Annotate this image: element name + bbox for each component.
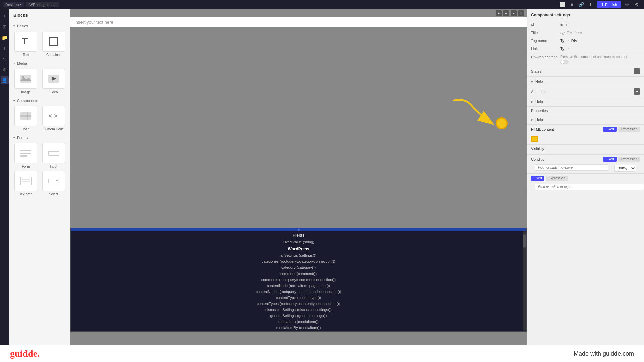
help-section-2[interactable]: ▶ Help [527, 97, 644, 107]
canvas-tool-plus1[interactable]: + [496, 10, 502, 16]
input-block[interactable]: Input [41, 143, 66, 168]
media-section-header[interactable]: ▾ Media [9, 59, 70, 67]
attributes-label: Attributes [531, 89, 546, 94]
text-block[interactable]: T Text [13, 32, 39, 57]
dropdown-item-11[interactable]: mediaItem (mediaitem()) [71, 319, 526, 325]
canvas-tool-close[interactable]: × [518, 10, 524, 16]
svg-rect-12 [20, 177, 31, 185]
settings-icon[interactable]: ⚙ [633, 1, 640, 8]
attributes-section: Attributes + [527, 86, 644, 97]
video-block-icon [42, 69, 65, 89]
layers-icon[interactable]: ⊞ [1, 23, 9, 31]
dropdown-item-8[interactable]: contentTypes (rootquerytocontenttypeconn… [71, 301, 526, 307]
made-with-text: Made with guidde.com [574, 350, 634, 357]
dropdown-item-2[interactable]: category (category()) [71, 264, 526, 270]
condition2-fixed-tab[interactable]: Fixed [531, 176, 544, 181]
condition-section: Condition Fixed Expression truthy [527, 155, 644, 174]
expression-tab[interactable]: Expression [618, 127, 640, 132]
condition2-expression-tab[interactable]: Expression [546, 176, 568, 181]
map-block-label: Map [23, 127, 29, 131]
states-add-button[interactable]: + [634, 68, 640, 74]
bottom-bar: guidde. Made with guidde.com [0, 345, 644, 362]
user-icon[interactable]: 👤 [1, 76, 9, 84]
fixed-tab[interactable]: Fixed [603, 127, 616, 132]
forms-arrow: ▾ [13, 136, 15, 139]
condition-fixed-tab[interactable]: Fixed [603, 157, 616, 162]
map-block[interactable]: Map [13, 106, 39, 131]
dropdown-item-10[interactable]: generalSettings (generalsettings()) [71, 313, 526, 319]
dropdown-scrollbar[interactable] [523, 231, 526, 331]
upload-icon: ⬆ [601, 2, 604, 7]
puzzle-icon[interactable]: ⊕ [1, 66, 9, 74]
select-block-label: Select [49, 192, 58, 196]
folder-icon[interactable]: 📁 [1, 34, 9, 42]
desktop-dropdown[interactable]: Desktop [3, 2, 24, 7]
dropdown-item-7[interactable]: contentType (contenttype()) [71, 295, 526, 301]
title-placeholder[interactable]: eg. Text here [560, 31, 582, 35]
plus-icon[interactable]: + [1, 12, 9, 20]
publish-button[interactable]: ⬆ Publish [597, 1, 621, 8]
wp-integration-tab[interactable]: WP Integration | [26, 2, 59, 7]
dropdown-item-12[interactable]: mediaItemBy (mediaitem()) [71, 325, 526, 331]
custom-code-block-icon: < > [42, 106, 65, 126]
forms-section-header[interactable]: ▾ Forms [9, 133, 70, 141]
video-block[interactable]: Video [41, 69, 66, 94]
component-settings-title: Component settings [527, 9, 644, 20]
custom-code-block[interactable]: < > Custom Code [41, 106, 66, 131]
visibility-label: Visibility [531, 147, 640, 151]
basics-arrow: ▾ [13, 24, 15, 28]
states-label: States [531, 69, 541, 73]
unwrap-toggle[interactable] [560, 60, 569, 64]
canvas-tool-plus2[interactable]: + [503, 10, 509, 16]
dropdown-item-3[interactable]: comment (comment()) [71, 270, 526, 277]
help-label-3: Help [535, 118, 543, 122]
attributes-add-button[interactable]: + [634, 88, 640, 95]
select-block[interactable]: Select [41, 171, 66, 196]
dropdown-item-1[interactable]: categories (rootquerytocategoryconnectio… [71, 258, 526, 264]
tab-label: WP Integration | [29, 3, 55, 7]
condition-input-2[interactable] [535, 184, 644, 190]
guidde-logo: guidde. [10, 348, 40, 359]
svg-text:T: T [22, 36, 28, 46]
dropdown-item-6[interactable]: contentNodes (rootquerytocontentnodeconn… [71, 289, 526, 295]
link-icon[interactable]: 🔗 [578, 1, 585, 8]
help-section-3[interactable]: ▶ Help [527, 115, 644, 125]
fields-dropdown[interactable]: Fields Fixed value (string) WordPress al… [70, 228, 527, 332]
canvas-placeholder-text: Insert your text here [74, 20, 113, 25]
condition-input[interactable] [535, 164, 608, 171]
textarea-block[interactable]: Textarea [13, 171, 39, 196]
tagname-label: Tag name [531, 39, 558, 43]
image-block[interactable]: Image [13, 69, 39, 94]
eye-icon[interactable]: 👁 [569, 1, 575, 8]
unwrap-label: Unwrap content [531, 55, 558, 59]
dropdown-item-5[interactable]: contentNode (mediaitem, page, post()) [71, 283, 526, 289]
form-block[interactable]: Form [13, 143, 39, 168]
dropdown-handle[interactable] [71, 228, 526, 231]
import-icon[interactable]: ⬆ [587, 1, 594, 8]
html-content-label: HTML content [531, 127, 554, 131]
canvas-text-area[interactable]: Insert your text here [70, 17, 527, 27]
fixed-value-item[interactable]: Fixed value (string) [71, 239, 526, 245]
dropdown-item-13[interactable]: mediaItems (rootquerytomediaitemconnecti… [71, 331, 526, 332]
condition-select[interactable]: truthy [614, 165, 636, 172]
dropdown-item-9[interactable]: discussionSettings (discussionsettings()… [71, 307, 526, 313]
help-section-1[interactable]: ▶ Help [527, 77, 644, 86]
container-block[interactable]: Container [41, 32, 66, 57]
help-label-2: Help [535, 100, 543, 104]
basics-section-header[interactable]: ▾ Basics [9, 21, 70, 29]
svg-marker-16 [56, 180, 58, 182]
components-label: Components [17, 99, 38, 103]
window-icon[interactable]: ⬜ [559, 1, 566, 8]
dropdown-item-0[interactable]: allSettings (settings()) [71, 252, 526, 258]
pen-icon[interactable]: ✏ [624, 1, 631, 8]
select-block-icon [42, 171, 65, 191]
canvas-tool-minus[interactable]: − [511, 10, 517, 16]
components-section-header[interactable]: ▾ Components [9, 96, 70, 104]
cursor-icon[interactable]: ↖ [1, 55, 9, 63]
handle-dot [298, 229, 300, 231]
dropdown-item-4[interactable]: comments (rootquerytocommentconnection()… [71, 277, 526, 283]
text-icon[interactable]: T [1, 44, 9, 52]
svg-rect-2 [20, 75, 31, 83]
container-block-icon [42, 32, 65, 52]
condition-expression-tab[interactable]: Expression [618, 157, 640, 162]
